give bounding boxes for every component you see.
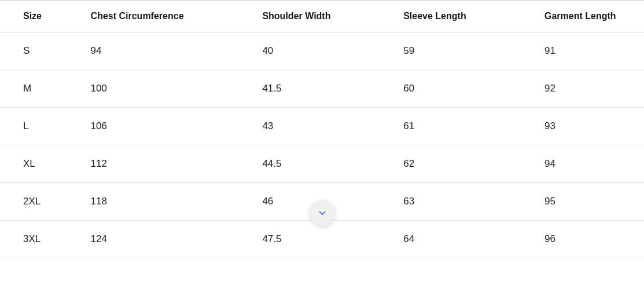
- cell-size: 3XL: [0, 221, 68, 258]
- table-row: M10041.56092: [0, 70, 644, 108]
- cell-chest: 112: [68, 145, 240, 183]
- table-header-row: Size Chest Circumference Shoulder Width …: [0, 1, 644, 32]
- cell-size: S: [0, 32, 68, 70]
- table-row: 3XL12447.56496: [0, 221, 644, 258]
- cell-size: 2XL: [0, 183, 68, 221]
- cell-sleeve: 64: [380, 221, 521, 258]
- cell-shoulder: 40: [239, 32, 380, 70]
- cell-garment: 93: [521, 108, 644, 145]
- cell-chest: 100: [68, 70, 240, 108]
- cell-sleeve: 60: [380, 70, 521, 108]
- header-chest: Chest Circumference: [68, 1, 240, 32]
- cell-size: XL: [0, 145, 68, 183]
- table-row: L106436193: [0, 108, 644, 145]
- cell-chest: 106: [68, 108, 240, 145]
- cell-sleeve: 63: [380, 183, 521, 221]
- header-shoulder: Shoulder Width: [239, 1, 380, 32]
- cell-size: L: [0, 108, 68, 145]
- cell-chest: 118: [68, 183, 240, 221]
- cell-garment: 94: [521, 145, 644, 183]
- cell-shoulder: 47.5: [239, 221, 380, 258]
- cell-sleeve: 61: [380, 108, 521, 145]
- cell-garment: 92: [521, 70, 644, 108]
- table-row: S94405991: [0, 32, 644, 70]
- cell-shoulder: 43: [239, 108, 380, 145]
- scroll-down-button[interactable]: [310, 200, 335, 226]
- cell-sleeve: 59: [380, 32, 521, 70]
- cell-chest: 124: [68, 221, 240, 258]
- chevron-down-icon: [317, 208, 327, 218]
- table-row: XL11244.56294: [0, 145, 644, 183]
- cell-size: M: [0, 70, 68, 108]
- cell-sleeve: 62: [380, 145, 521, 183]
- cell-garment: 91: [521, 32, 644, 70]
- cell-garment: 96: [521, 221, 644, 258]
- cell-shoulder: 44.5: [239, 145, 380, 183]
- header-sleeve: Sleeve Length: [380, 1, 521, 32]
- cell-chest: 94: [68, 32, 240, 70]
- size-chart-wrapper: Size Chest Circumference Shoulder Width …: [0, 0, 644, 258]
- cell-garment: 95: [521, 183, 644, 221]
- header-garment: Garment Length: [521, 1, 644, 32]
- header-size: Size: [0, 1, 68, 32]
- cell-shoulder: 41.5: [239, 70, 380, 108]
